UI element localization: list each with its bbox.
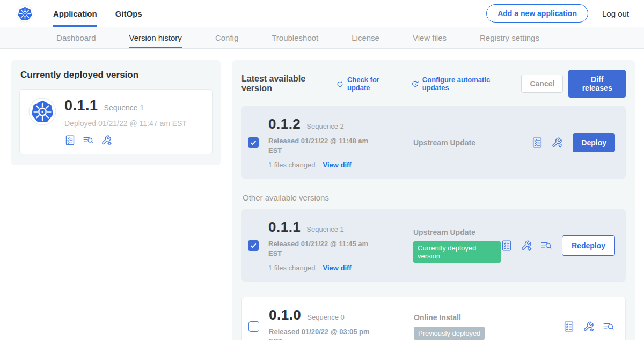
currently-deployed-panel: Currently deployed version 0.1.1 Sequenc… — [11, 60, 221, 165]
logout-link[interactable]: Log out — [602, 9, 629, 18]
version-row-0-1-2: 0.1.2 Sequence 2 Released 01/21/22 @ 11:… — [241, 106, 626, 179]
kubernetes-app-icon — [28, 98, 56, 125]
deployed-version-card: 0.1.1 Sequence 1 Deployed 01/21/22 @ 11:… — [19, 89, 213, 154]
refresh-icon — [336, 79, 344, 88]
configure-automatic-updates-link[interactable]: Configure automatic updates — [411, 76, 509, 92]
top-tab-gitops[interactable]: GitOps — [115, 0, 142, 27]
cancel-button[interactable]: Cancel — [521, 75, 563, 93]
preflight-checks-icon[interactable] — [64, 135, 76, 146]
version-row-0-1-1: 0.1.1 Sequence 1 Released 01/21/22 @ 11:… — [241, 209, 626, 282]
release-notes-icon[interactable] — [83, 135, 94, 146]
release-notes-icon[interactable] — [603, 321, 614, 332]
top-nav-tabs: Application GitOps — [53, 0, 142, 27]
view-diff-link[interactable]: View diff — [323, 161, 351, 169]
version-source-label: Upstream Update — [413, 228, 501, 236]
view-config-icon[interactable] — [583, 321, 595, 332]
preflight-checks-icon[interactable] — [501, 240, 513, 252]
kubernetes-logo-icon — [16, 5, 34, 23]
preflight-checks-icon[interactable] — [531, 137, 543, 149]
version-source-label: Upstream Update — [413, 138, 531, 147]
sequence-label: Sequence 2 — [306, 122, 343, 130]
deploy-button[interactable]: Deploy — [573, 133, 615, 152]
latest-version-header: Latest available version Check for updat… — [241, 70, 626, 98]
released-timestamp: Released 01/21/22 @ 11:45 am EST — [268, 239, 374, 258]
released-timestamp: Released 01/21/22 @ 11:48 am EST — [268, 136, 374, 155]
version-history-panel: Latest available version Check for updat… — [232, 60, 635, 340]
version-checkbox[interactable] — [248, 321, 259, 332]
check-for-update-link[interactable]: Check for update — [336, 76, 398, 92]
top-tab-application[interactable]: Application — [53, 0, 97, 27]
tab-version-history[interactable]: Version history — [129, 27, 181, 48]
app-sub-nav: Dashboard Version history Config Trouble… — [0, 27, 644, 49]
add-new-application-button[interactable]: Add a new application — [486, 4, 588, 23]
other-available-versions-title: Other available versions — [243, 193, 626, 202]
version-number: 0.1.1 — [268, 219, 301, 235]
tab-dashboard[interactable]: Dashboard — [56, 27, 96, 48]
sequence-label: Sequence 0 — [307, 313, 344, 321]
version-number: 0.1.2 — [268, 116, 301, 132]
deployed-timestamp: Deployed 01/21/22 @ 11:47 am EST — [64, 119, 187, 128]
release-notes-icon[interactable] — [540, 240, 552, 252]
edit-config-icon[interactable] — [521, 240, 532, 252]
version-source-label: Online Install — [414, 313, 563, 322]
redeploy-button[interactable]: Redeploy — [562, 235, 615, 256]
version-checkbox[interactable] — [248, 240, 259, 251]
tab-license[interactable]: License — [352, 27, 379, 48]
currently-deployed-badge: Currently deployed version — [413, 241, 501, 263]
edit-config-icon[interactable] — [551, 137, 563, 149]
released-timestamp: Released 01/20/22 @ 03:05 pm EST — [269, 327, 374, 340]
diff-releases-button[interactable]: Diff releases — [568, 70, 626, 98]
deployed-sequence-label: Sequence 1 — [104, 104, 144, 112]
tab-config[interactable]: Config — [215, 27, 238, 48]
tab-troubleshoot[interactable]: Troubleshoot — [272, 27, 318, 48]
version-checkbox[interactable] — [248, 137, 259, 148]
scheduled-update-icon — [411, 79, 419, 88]
version-number: 0.1.0 — [269, 307, 301, 323]
top-nav-spacer — [142, 0, 486, 27]
app-logo — [16, 0, 34, 27]
sequence-label: Sequence 1 — [306, 225, 343, 233]
row-spacer — [241, 282, 626, 297]
currently-deployed-title: Currently deployed version — [20, 70, 213, 80]
previously-deployed-badge: Previously deployed — [414, 327, 485, 340]
files-changed-label: 1 files changed — [268, 161, 315, 169]
main-content: Currently deployed version 0.1.1 Sequenc… — [0, 49, 644, 340]
version-row-0-1-0: 0.1.0 Sequence 0 Released 01/20/22 @ 03:… — [241, 297, 626, 340]
deployed-version-number: 0.1.1 — [64, 98, 98, 114]
latest-available-title: Latest available version — [241, 74, 328, 93]
preflight-checks-icon[interactable] — [563, 321, 575, 332]
view-diff-link[interactable]: View diff — [323, 264, 351, 272]
edit-config-icon[interactable] — [101, 135, 112, 146]
tab-view-files[interactable]: View files — [413, 27, 447, 48]
top-nav: Application GitOps Add a new application… — [0, 0, 644, 27]
tab-registry-settings[interactable]: Registry settings — [480, 27, 539, 48]
files-changed-label: 1 files changed — [268, 264, 315, 272]
